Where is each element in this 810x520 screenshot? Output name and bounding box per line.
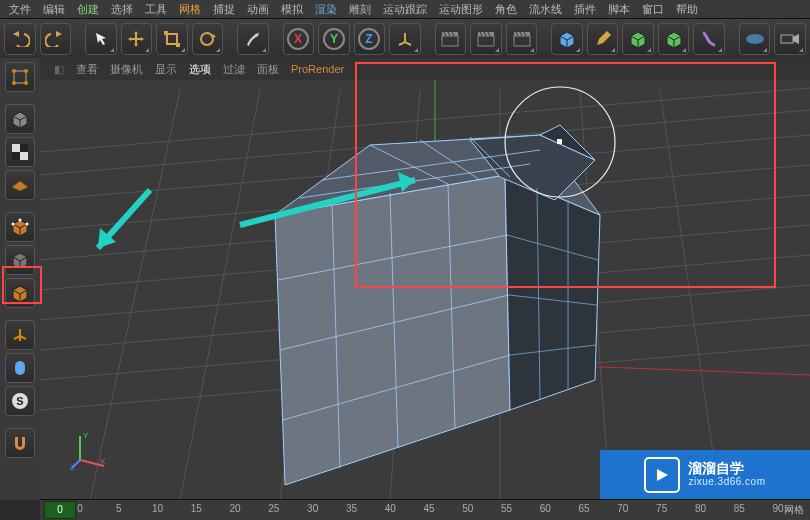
vpmenu-ProRender[interactable]: ProRender [291,63,344,75]
perspective-viewport[interactable]: Y X Z [40,80,810,500]
svg-marker-0 [13,31,19,37]
menu-文件[interactable]: 文件 [4,1,36,18]
menu-动画[interactable]: 动画 [242,1,274,18]
viewport-layout-icon[interactable]: ◧ [54,63,64,76]
svg-rect-25 [14,71,26,83]
svg-text:X: X [294,32,302,46]
svg-text:Z: Z [70,463,75,470]
spline-icon[interactable] [587,23,619,55]
workplane-icon[interactable] [5,170,35,200]
tick-75: 75 [656,503,667,514]
viewport-menu: ◧查看摄像机显示选项过滤面板ProRender [40,58,810,81]
svg-rect-2 [167,34,177,44]
menu-雕刻[interactable]: 雕刻 [344,1,376,18]
render-pv-icon[interactable] [470,23,502,55]
vpmenu-摄像机[interactable]: 摄像机 [110,62,143,77]
tick-85: 85 [734,503,745,514]
texture-mode-icon[interactable] [5,137,35,167]
axis-z-icon[interactable]: Z [354,23,386,55]
vpmenu-过滤[interactable]: 过滤 [223,62,245,77]
tick-80: 80 [695,503,706,514]
viewport-solo-icon[interactable] [5,353,35,383]
menu-运动跟踪[interactable]: 运动跟踪 [378,1,432,18]
vpmenu-查看[interactable]: 查看 [76,62,98,77]
menu-工具[interactable]: 工具 [140,1,172,18]
vpmenu-选项[interactable]: 选项 [189,62,211,77]
deformer-icon[interactable] [693,23,725,55]
points-mode-icon[interactable] [5,212,35,242]
recent-tool-icon[interactable] [237,23,269,55]
primitive-icon[interactable] [551,23,583,55]
menu-角色[interactable]: 角色 [490,1,522,18]
svg-point-35 [19,219,22,222]
svg-marker-63 [505,175,600,410]
vpmenu-面板[interactable]: 面板 [257,62,279,77]
live-select-icon[interactable] [85,23,117,55]
menu-捕捉[interactable]: 捕捉 [208,1,240,18]
svg-point-22 [746,34,764,44]
tick-60: 60 [540,503,551,514]
menu-模拟[interactable]: 模拟 [276,1,308,18]
menu-流水线[interactable]: 流水线 [524,1,567,18]
svg-text:S: S [16,395,23,407]
menu-插件[interactable]: 插件 [569,1,601,18]
move-icon[interactable] [121,23,153,55]
tick-35: 35 [346,503,357,514]
timeline-current-frame[interactable]: 0 [44,501,76,519]
locked-wp-icon[interactable] [5,428,35,458]
tick-0: 0 [77,503,83,514]
model-mode-icon[interactable] [5,104,35,134]
tick-40: 40 [385,503,396,514]
timeline[interactable]: 0 051015202530354045505560657075808590 网… [40,499,810,520]
render-view-icon[interactable] [435,23,467,55]
svg-point-28 [12,81,16,85]
menu-网格[interactable]: 网格 [174,1,206,18]
axis-y-icon[interactable]: Y [318,23,350,55]
menu-运动图形[interactable]: 运动图形 [434,1,488,18]
render-settings-icon[interactable] [506,23,538,55]
menu-创建[interactable]: 创建 [72,1,104,18]
camera-icon[interactable] [774,23,806,55]
svg-rect-23 [781,35,793,43]
svg-rect-33 [20,152,28,160]
generator-icon[interactable] [622,23,654,55]
axis-x-icon[interactable]: X [283,23,315,55]
play-icon [644,457,680,493]
menu-窗口[interactable]: 窗口 [637,1,669,18]
edges-mode-icon[interactable] [5,245,35,275]
polys-mode-icon[interactable] [5,278,35,308]
svg-rect-17 [514,36,530,46]
tick-10: 10 [152,503,163,514]
viewport-canvas [40,80,810,500]
undo-icon[interactable] [4,23,36,55]
menu-选择[interactable]: 选择 [106,1,138,18]
svg-point-26 [12,69,16,73]
svg-marker-95 [657,469,668,481]
tick-50: 50 [462,503,473,514]
menu-bar: 文件编辑创建选择工具网格捕捉动画模拟渲染雕刻运动跟踪运动图形角色流水线插件脚本窗… [0,0,810,18]
vpmenu-显示[interactable]: 显示 [155,62,177,77]
tick-55: 55 [501,503,512,514]
coord-icon[interactable] [389,23,421,55]
svg-point-36 [26,223,29,226]
svg-marker-1 [56,31,62,37]
menu-帮助[interactable]: 帮助 [671,1,703,18]
make-editable-icon[interactable] [5,62,35,92]
menu-渲染[interactable]: 渲染 [310,1,342,18]
scale-icon[interactable] [156,23,188,55]
green-gen-icon[interactable] [658,23,690,55]
environment-icon[interactable] [739,23,771,55]
enable-axis-icon[interactable] [5,320,35,350]
svg-point-37 [12,223,15,226]
rotate-icon[interactable] [192,23,224,55]
svg-text:Z: Z [366,32,373,46]
snap-icon[interactable]: S [5,386,35,416]
timeline-ruler[interactable]: 051015202530354045505560657075808590 [80,500,778,520]
svg-text:Y: Y [83,431,89,440]
svg-rect-4 [176,43,180,47]
svg-rect-32 [12,144,20,152]
redo-icon[interactable] [40,23,72,55]
menu-脚本[interactable]: 脚本 [603,1,635,18]
menu-编辑[interactable]: 编辑 [38,1,70,18]
main-toolbar: XYZ [0,18,810,60]
